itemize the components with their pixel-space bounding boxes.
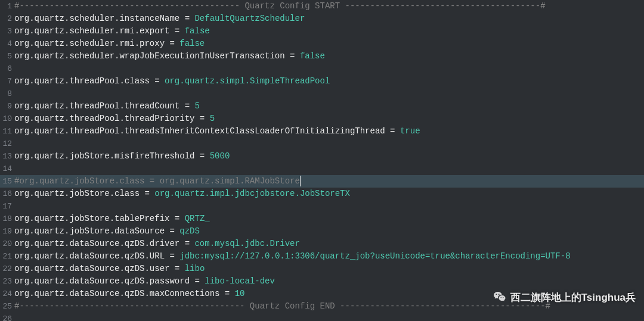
code-line[interactable]: 9org.quartz.threadPool.threadCount = 5 <box>0 100 644 113</box>
code-line[interactable]: 6 <box>0 63 644 75</box>
code-line[interactable]: 23org.quartz.dataSource.qzDS.password = … <box>0 275 644 288</box>
code-content[interactable]: org.quartz.threadPool.threadPriority = 5 <box>14 113 215 125</box>
token-eq: = <box>179 239 194 248</box>
line-number: 13 <box>0 150 14 163</box>
token-val: libo-local-dev <box>205 276 275 286</box>
token-eq: = <box>169 264 184 273</box>
watermark: 西二旗阵地上的Tsinghua兵 <box>493 290 636 304</box>
token-valnum: 5000 <box>210 151 230 161</box>
line-number: 23 <box>0 275 14 288</box>
code-content[interactable]: org.quartz.dataSource.qzDS.user = libo <box>14 263 205 275</box>
token-valnum: 5 <box>210 114 215 123</box>
code-content[interactable]: org.quartz.scheduler.wrapJobExecutionInU… <box>14 50 325 63</box>
code-line[interactable]: 20org.quartz.dataSource.qzDS.driver = co… <box>0 238 644 250</box>
line-number: 16 <box>0 188 14 200</box>
code-line[interactable]: 22org.quartz.dataSource.qzDS.user = libo <box>0 263 644 275</box>
token-prop: org.quartz.threadPool.threadCount <box>14 101 179 111</box>
line-number: 20 <box>0 238 14 250</box>
code-line[interactable]: 21org.quartz.dataSource.qzDS.URL = jdbc:… <box>0 250 644 263</box>
token-eq: = <box>150 76 165 86</box>
line-number: 25 <box>0 300 14 313</box>
token-prop: org.quartz.dataSource.qzDS.driver <box>14 239 179 248</box>
code-content[interactable]: org.quartz.threadPool.threadCount = 5 <box>14 100 200 113</box>
code-content[interactable]: #---------------------------------------… <box>14 0 546 13</box>
token-val: false <box>185 26 210 36</box>
token-val: org.quartz.impl.jdbcjobstore.JobStoreTX <box>154 189 350 198</box>
line-number: 15 <box>0 175 14 188</box>
code-line[interactable]: 5org.quartz.scheduler.wrapJobExecutionIn… <box>0 50 644 63</box>
line-number: 2 <box>0 13 14 25</box>
line-number: 10 <box>0 113 14 125</box>
code-content[interactable] <box>14 88 19 100</box>
code-content[interactable]: org.quartz.threadPool.class = org.quartz… <box>14 75 330 88</box>
code-line[interactable]: 26 <box>0 313 644 321</box>
code-content[interactable]: #org.quartz.jobStore.class = org.quartz.… <box>14 175 301 188</box>
code-content[interactable]: org.quartz.dataSource.qzDS.URL = jdbc:my… <box>14 250 571 263</box>
line-number: 7 <box>0 75 14 88</box>
code-line[interactable]: 15#org.quartz.jobStore.class = org.quart… <box>0 175 644 188</box>
code-line[interactable]: 12 <box>0 138 644 150</box>
token-val: qzDS <box>179 226 200 236</box>
code-content[interactable]: org.quartz.jobStore.dataSource = qzDS <box>14 225 200 238</box>
code-content[interactable]: #---------------------------------------… <box>14 300 550 313</box>
code-content[interactable]: org.quartz.jobStore.class = org.quartz.i… <box>14 188 350 200</box>
token-val: false <box>300 51 325 61</box>
token-eq: = <box>179 14 194 23</box>
code-content[interactable]: org.quartz.dataSource.qzDS.driver = com.… <box>14 238 300 250</box>
code-line[interactable]: 8 <box>0 88 644 100</box>
code-line[interactable]: 2org.quartz.scheduler.instanceName = Def… <box>0 13 644 25</box>
token-prop: org.quartz.scheduler.instanceName <box>14 14 179 23</box>
token-comment: #---------------------------------------… <box>14 301 550 311</box>
token-eq: = <box>194 151 209 161</box>
code-content[interactable] <box>14 163 19 175</box>
token-val: jdbc:mysql://127.0.0.1:3306/quartz_job?u… <box>179 251 570 261</box>
code-content[interactable]: org.quartz.scheduler.rmi.proxy = false <box>14 38 205 50</box>
token-prop: org.quartz.jobStore.misfireThreshold <box>14 151 194 161</box>
line-number: 19 <box>0 225 14 238</box>
code-content[interactable] <box>14 63 19 75</box>
token-prop <box>14 89 19 98</box>
token-prop: org.quartz.jobStore.tablePrefix <box>14 214 169 223</box>
token-prop: org.quartz.dataSource.qzDS.maxConnection… <box>14 289 219 298</box>
line-number: 5 <box>0 50 14 63</box>
line-number: 24 <box>0 288 14 300</box>
token-eq: = <box>169 214 184 223</box>
code-line[interactable]: 11org.quartz.threadPool.threadsInheritCo… <box>0 125 644 138</box>
code-content[interactable]: org.quartz.dataSource.qzDS.maxConnection… <box>14 288 245 300</box>
code-line[interactable]: 18org.quartz.jobStore.tablePrefix = QRTZ… <box>0 213 644 225</box>
code-line[interactable]: 19org.quartz.jobStore.dataSource = qzDS <box>0 225 644 238</box>
code-content[interactable]: org.quartz.jobStore.tablePrefix = QRTZ_ <box>14 213 210 225</box>
token-eq: = <box>385 126 400 136</box>
token-prop <box>14 139 19 148</box>
code-content[interactable] <box>14 200 19 213</box>
code-line[interactable]: 17 <box>0 200 644 213</box>
token-prop: org.quartz.threadPool.threadsInheritCont… <box>14 126 385 136</box>
code-content[interactable] <box>14 138 19 150</box>
token-eq: = <box>165 226 179 236</box>
token-valnum: 5 <box>194 101 199 111</box>
code-line[interactable]: 14 <box>0 163 644 175</box>
token-val: org.quartz.simpl.SimpleThreadPool <box>165 76 330 86</box>
code-content[interactable]: org.quartz.jobStore.misfireThreshold = 5… <box>14 150 230 163</box>
code-content[interactable]: org.quartz.scheduler.instanceName = Defa… <box>14 13 305 25</box>
code-line[interactable]: 13org.quartz.jobStore.misfireThreshold =… <box>0 150 644 163</box>
code-line[interactable]: 3org.quartz.scheduler.rmi.export = false <box>0 25 644 38</box>
token-val: libo <box>185 264 205 273</box>
token-prop <box>14 314 19 321</box>
code-line[interactable]: 10org.quartz.threadPool.threadPriority =… <box>0 113 644 125</box>
token-prop: org.quartz.jobStore.class <box>14 189 140 198</box>
code-line[interactable]: 4org.quartz.scheduler.rmi.proxy = false <box>0 38 644 50</box>
token-prop: org.quartz.threadPool.class <box>14 76 150 86</box>
code-line[interactable]: 1#--------------------------------------… <box>0 0 644 13</box>
code-editor[interactable]: 1#--------------------------------------… <box>0 0 644 321</box>
code-content[interactable]: org.quartz.scheduler.rmi.export = false <box>14 25 210 38</box>
line-number: 21 <box>0 250 14 263</box>
code-line[interactable]: 16org.quartz.jobStore.class = org.quartz… <box>0 188 644 200</box>
token-prop: org.quartz.dataSource.qzDS.password <box>14 276 190 286</box>
code-content[interactable]: org.quartz.threadPool.threadsInheritCont… <box>14 125 420 138</box>
code-line[interactable]: 7org.quartz.threadPool.class = org.quart… <box>0 75 644 88</box>
token-prop: org.quartz.scheduler.rmi.export <box>14 26 169 36</box>
code-content[interactable] <box>14 313 19 321</box>
token-eq: = <box>194 114 209 123</box>
code-content[interactable]: org.quartz.dataSource.qzDS.password = li… <box>14 275 275 288</box>
